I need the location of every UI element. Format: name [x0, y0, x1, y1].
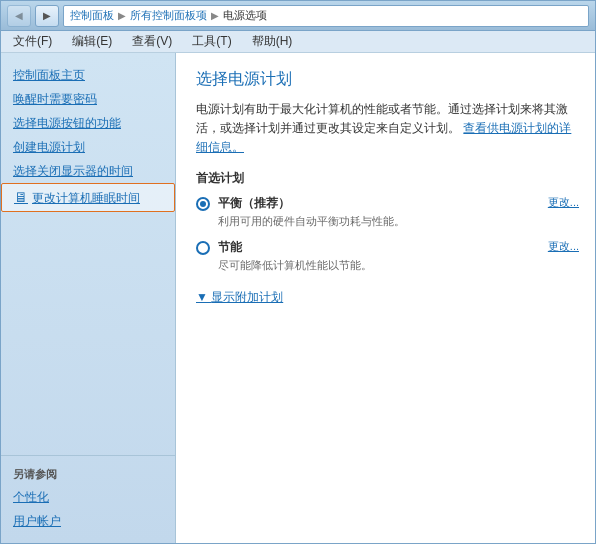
- address-bar: 控制面板 ▶ 所有控制面板项 ▶ 电源选项: [63, 5, 589, 27]
- section-preferred-label: 首选计划: [196, 170, 579, 187]
- sidebar-item-create-plan[interactable]: 创建电源计划: [1, 135, 175, 159]
- menubar: 文件(F) 编辑(E) 查看(V) 工具(T) 帮助(H): [1, 31, 595, 53]
- breadcrumb-item-1[interactable]: 控制面板: [70, 8, 114, 23]
- sidebar-item-user-account[interactable]: 用户帐户: [1, 509, 175, 533]
- sidebar-footer-title: 另请参阅: [1, 464, 175, 485]
- plan-item-saver: 节能 尽可能降低计算机性能以节能。 更改...: [196, 239, 579, 273]
- sidebar-footer: 另请参阅 个性化 用户帐户: [1, 455, 175, 533]
- plan-name-balanced: 平衡（推荐）: [218, 195, 540, 212]
- menu-tools[interactable]: 工具(T): [188, 31, 235, 52]
- breadcrumb-sep-1: ▶: [118, 10, 126, 21]
- radio-saver[interactable]: [196, 241, 210, 255]
- chevron-down-icon: ▼: [196, 290, 211, 304]
- menu-view[interactable]: 查看(V): [128, 31, 176, 52]
- plan-more-saver[interactable]: 更改...: [548, 239, 579, 254]
- menu-help[interactable]: 帮助(H): [248, 31, 297, 52]
- content-description: 电源计划有助于最大化计算机的性能或者节能。通过选择计划来将其激活，或选择计划并通…: [196, 100, 579, 158]
- page-title: 选择电源计划: [196, 69, 579, 90]
- plan-desc-balanced: 利用可用的硬件自动平衡功耗与性能。: [218, 214, 540, 229]
- titlebar: ◀ ▶ 控制面板 ▶ 所有控制面板项 ▶ 电源选项: [1, 1, 595, 31]
- breadcrumb-item-3: 电源选项: [223, 8, 267, 23]
- plan-more-balanced[interactable]: 更改...: [548, 195, 579, 210]
- window: ◀ ▶ 控制面板 ▶ 所有控制面板项 ▶ 电源选项 文件(F) 编辑(E) 查看…: [0, 0, 596, 544]
- plan-item-balanced: 平衡（推荐） 利用可用的硬件自动平衡功耗与性能。 更改...: [196, 195, 579, 229]
- sidebar: 控制面板主页 唤醒时需要密码 选择电源按钮的功能 创建电源计划 选择关闭显示器的…: [1, 53, 176, 543]
- sidebar-item-sleep-time-label: 更改计算机睡眠时间: [32, 189, 140, 207]
- menu-edit[interactable]: 编辑(E): [68, 31, 116, 52]
- plan-desc-saver: 尽可能降低计算机性能以节能。: [218, 258, 540, 273]
- plan-info-balanced: 平衡（推荐） 利用可用的硬件自动平衡功耗与性能。: [218, 195, 540, 229]
- menu-file[interactable]: 文件(F): [9, 31, 56, 52]
- sidebar-divider: [1, 220, 175, 447]
- sidebar-item-home[interactable]: 控制面板主页: [1, 63, 175, 87]
- titlebar-nav: ◀ ▶ 控制面板 ▶ 所有控制面板项 ▶ 电源选项: [7, 5, 589, 27]
- plan-name-saver: 节能: [218, 239, 540, 256]
- sidebar-item-wakeup[interactable]: 唤醒时需要密码: [1, 87, 175, 111]
- show-more-label: 显示附加计划: [211, 290, 283, 304]
- radio-balanced[interactable]: [196, 197, 210, 211]
- show-more-plans[interactable]: ▼ 显示附加计划: [196, 289, 579, 306]
- forward-button[interactable]: ▶: [35, 5, 59, 27]
- breadcrumb-item-2[interactable]: 所有控制面板项: [130, 8, 207, 23]
- content-area: 选择电源计划 电源计划有助于最大化计算机的性能或者节能。通过选择计划来将其激活，…: [176, 53, 595, 543]
- sidebar-item-sleep-time[interactable]: 🖥 更改计算机睡眠时间: [1, 183, 175, 212]
- main-content: 控制面板主页 唤醒时需要密码 选择电源按钮的功能 创建电源计划 选择关闭显示器的…: [1, 53, 595, 543]
- sidebar-section-main: 控制面板主页 唤醒时需要密码 选择电源按钮的功能 创建电源计划 选择关闭显示器的…: [1, 63, 175, 212]
- monitor-icon: 🖥: [14, 187, 28, 208]
- sidebar-item-power-button[interactable]: 选择电源按钮的功能: [1, 111, 175, 135]
- sidebar-item-personalize[interactable]: 个性化: [1, 485, 175, 509]
- plan-info-saver: 节能 尽可能降低计算机性能以节能。: [218, 239, 540, 273]
- back-button[interactable]: ◀: [7, 5, 31, 27]
- breadcrumb-sep-2: ▶: [211, 10, 219, 21]
- sidebar-item-display-time[interactable]: 选择关闭显示器的时间: [1, 159, 175, 183]
